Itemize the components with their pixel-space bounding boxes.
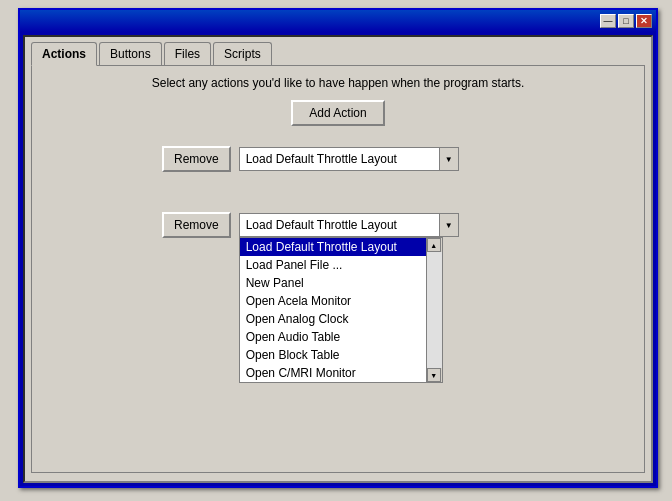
dropdown-display-1[interactable]: Load Default Throttle Layout — [239, 147, 439, 171]
action-row-2-wrapper: Remove Load Default Throttle Layout ▼ Lo… — [42, 212, 634, 238]
tab-scripts[interactable]: Scripts — [213, 42, 272, 66]
scroll-down-button[interactable]: ▼ — [427, 368, 441, 382]
close-button[interactable]: ✕ — [636, 14, 652, 28]
scroll-up-button[interactable]: ▲ — [427, 238, 441, 252]
tab-buttons[interactable]: Buttons — [99, 42, 162, 66]
title-bar: — □ ✕ — [20, 10, 656, 32]
dropdown-item-2[interactable]: New Panel — [240, 274, 426, 292]
add-action-button[interactable]: Add Action — [291, 100, 384, 126]
dropdown-item-5[interactable]: Open Audio Table — [240, 328, 426, 346]
dropdown-item-6[interactable]: Open Block Table — [240, 346, 426, 364]
scrollbar: ▲ ▼ — [426, 238, 442, 382]
dropdown-arrow-1[interactable]: ▼ — [439, 147, 459, 171]
dropdown-item-1[interactable]: Load Panel File ... — [240, 256, 426, 274]
action-row-2: Remove Load Default Throttle Layout ▼ Lo… — [42, 212, 634, 238]
dropdown-list: Load Default Throttle Layout Load Panel … — [239, 237, 443, 383]
dropdown-item-3[interactable]: Open Acela Monitor — [240, 292, 426, 310]
dropdown-2: Load Default Throttle Layout ▼ Load Defa… — [239, 213, 459, 237]
main-window: — □ ✕ Actions Buttons Files Scripts Sele… — [18, 8, 658, 488]
dropdown-item-0[interactable]: Load Default Throttle Layout — [240, 238, 426, 256]
tab-files[interactable]: Files — [164, 42, 211, 66]
dropdown-item-4[interactable]: Open Analog Clock — [240, 310, 426, 328]
dropdown-1: Load Default Throttle Layout ▼ — [239, 147, 459, 171]
tab-bar: Actions Buttons Files Scripts — [25, 37, 651, 65]
remove-button-2[interactable]: Remove — [162, 212, 231, 238]
tab-content-actions: Select any actions you'd like to have ha… — [31, 65, 645, 473]
maximize-button[interactable]: □ — [618, 14, 634, 28]
tab-actions[interactable]: Actions — [31, 42, 97, 66]
remove-button-1[interactable]: Remove — [162, 146, 231, 172]
title-bar-buttons: — □ ✕ — [600, 14, 652, 28]
dropdown-item-7[interactable]: Open C/MRI Monitor — [240, 364, 426, 382]
window-inner: Actions Buttons Files Scripts Select any… — [23, 35, 653, 483]
scroll-track — [427, 252, 442, 368]
dropdown-arrow-2[interactable]: ▼ — [439, 213, 459, 237]
dropdown-display-2[interactable]: Load Default Throttle Layout — [239, 213, 439, 237]
minimize-button[interactable]: — — [600, 14, 616, 28]
action-row-1: Remove Load Default Throttle Layout ▼ — [42, 146, 634, 172]
info-text: Select any actions you'd like to have ha… — [42, 76, 634, 90]
